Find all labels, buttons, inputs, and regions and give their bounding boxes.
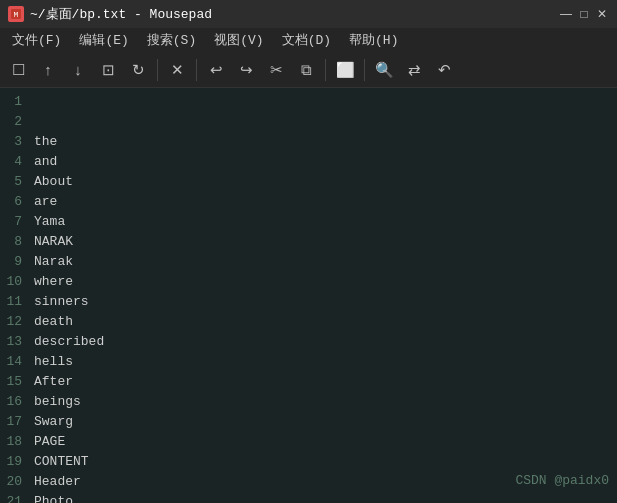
undo2-button[interactable]: ↶ bbox=[430, 56, 458, 84]
open-button[interactable]: ↑ bbox=[34, 56, 62, 84]
cut-button[interactable]: ✂ bbox=[262, 56, 290, 84]
line-number: 13 bbox=[4, 332, 22, 352]
line-number: 11 bbox=[4, 292, 22, 312]
title-bar-left: M ~/桌面/bp.txt - Mousepad bbox=[8, 5, 212, 23]
line-number: 8 bbox=[4, 232, 22, 252]
undo-button[interactable]: ↩ bbox=[202, 56, 230, 84]
find-button[interactable]: 🔍 bbox=[370, 56, 398, 84]
menu-item-帮助(H)[interactable]: 帮助(H) bbox=[341, 29, 406, 51]
menu-item-文件(F)[interactable]: 文件(F) bbox=[4, 29, 69, 51]
toolbar-separator bbox=[364, 59, 365, 81]
line-item: the bbox=[34, 132, 613, 152]
line-item: CONTENT bbox=[34, 452, 613, 472]
line-number: 4 bbox=[4, 152, 22, 172]
menu-item-编辑(E)[interactable]: 编辑(E) bbox=[71, 29, 136, 51]
window-title: ~/桌面/bp.txt - Mousepad bbox=[30, 5, 212, 23]
line-number: 15 bbox=[4, 372, 22, 392]
line-item: Narak bbox=[34, 252, 613, 272]
line-item: described bbox=[34, 332, 613, 352]
line-item: are bbox=[34, 192, 613, 212]
line-item: PAGE bbox=[34, 432, 613, 452]
line-number: 17 bbox=[4, 412, 22, 432]
toolbar-separator bbox=[196, 59, 197, 81]
line-number: 10 bbox=[4, 272, 22, 292]
line-number: 21 bbox=[4, 492, 22, 503]
line-number: 19 bbox=[4, 452, 22, 472]
save-as-button[interactable]: ⊡ bbox=[94, 56, 122, 84]
svg-text:M: M bbox=[14, 10, 19, 19]
line-number: 1 bbox=[4, 92, 22, 112]
line-item: death bbox=[34, 312, 613, 332]
menu-item-视图(V)[interactable]: 视图(V) bbox=[206, 29, 271, 51]
maximize-button[interactable]: □ bbox=[577, 7, 591, 21]
paste-button[interactable]: ⬜ bbox=[331, 56, 359, 84]
line-number: 5 bbox=[4, 172, 22, 192]
line-item: beings bbox=[34, 392, 613, 412]
find-replace-button[interactable]: ⇄ bbox=[400, 56, 428, 84]
redo-button[interactable]: ↪ bbox=[232, 56, 260, 84]
line-number: 2 bbox=[4, 112, 22, 132]
line-item: About bbox=[34, 172, 613, 192]
line-number: 16 bbox=[4, 392, 22, 412]
window-controls: — □ ✕ bbox=[559, 7, 609, 21]
line-number: 6 bbox=[4, 192, 22, 212]
save-down-button[interactable]: ↓ bbox=[64, 56, 92, 84]
editor-content[interactable]: theandAboutareYamaNARAKNarakwheresinners… bbox=[28, 88, 617, 503]
line-number: 9 bbox=[4, 252, 22, 272]
line-number: 20 bbox=[4, 472, 22, 492]
menu-item-搜索(S)[interactable]: 搜索(S) bbox=[139, 29, 204, 51]
line-item: hells bbox=[34, 352, 613, 372]
toolbar: ☐↑↓⊡↻✕↩↪✂⧉⬜🔍⇄↶ bbox=[0, 52, 617, 88]
reload-button[interactable]: ↻ bbox=[124, 56, 152, 84]
line-item: and bbox=[34, 152, 613, 172]
minimize-button[interactable]: — bbox=[559, 7, 573, 21]
line-item: Header bbox=[34, 472, 613, 492]
line-number: 14 bbox=[4, 352, 22, 372]
line-numbers: 1234567891011121314151617181920212223 bbox=[0, 88, 28, 503]
line-item: sinners bbox=[34, 292, 613, 312]
line-item: Swarg bbox=[34, 412, 613, 432]
toolbar-separator bbox=[157, 59, 158, 81]
menu-item-文档(D)[interactable]: 文档(D) bbox=[274, 29, 339, 51]
app-icon: M bbox=[8, 6, 24, 22]
line-item: NARAK bbox=[34, 232, 613, 252]
line-number: 3 bbox=[4, 132, 22, 152]
line-number: 18 bbox=[4, 432, 22, 452]
close-button[interactable]: ✕ bbox=[163, 56, 191, 84]
line-item: Photo bbox=[34, 492, 613, 503]
copy-button[interactable]: ⧉ bbox=[292, 56, 320, 84]
editor-area[interactable]: 1234567891011121314151617181920212223 th… bbox=[0, 88, 617, 503]
line-item: After bbox=[34, 372, 613, 392]
line-item: Yama bbox=[34, 212, 613, 232]
title-bar: M ~/桌面/bp.txt - Mousepad — □ ✕ bbox=[0, 0, 617, 28]
menu-bar: 文件(F)编辑(E)搜索(S)视图(V)文档(D)帮助(H) bbox=[0, 28, 617, 52]
new-button[interactable]: ☐ bbox=[4, 56, 32, 84]
line-item: where bbox=[34, 272, 613, 292]
line-number: 7 bbox=[4, 212, 22, 232]
toolbar-separator bbox=[325, 59, 326, 81]
close-window-button[interactable]: ✕ bbox=[595, 7, 609, 21]
line-number: 12 bbox=[4, 312, 22, 332]
